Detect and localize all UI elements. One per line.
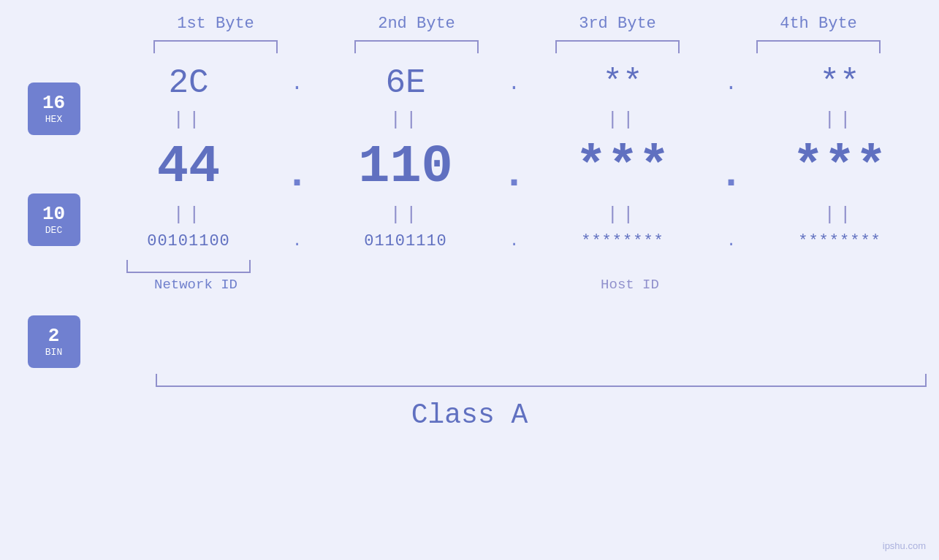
eq-2: || [312,106,500,134]
eq2-2: || [312,201,500,229]
sep-dec-1: . [283,137,312,198]
top-bracket-3 [517,40,718,53]
bytes-grid: 2C . 6E . ** . ** || || || || 44 [95,61,934,293]
dec-base-num: 10 [42,204,65,225]
sep-hex-1: . [283,72,312,95]
dec-base-label: DEC [45,225,62,236]
byte-header-2: 2nd Byte [336,15,497,33]
byte-header-3: 3rd Byte [537,15,698,33]
eq-3: || [529,106,717,134]
sep-bin-2: . [500,232,529,250]
dec-byte-2: 110 [312,134,500,201]
bin-byte-1: 00101100 [95,229,283,254]
bin-base-num: 2 [48,326,60,347]
eq2-1: || [95,201,283,229]
sep-hex-2: . [500,72,529,95]
dec-byte-1: 44 [95,134,283,201]
dec-byte-4: *** [746,134,934,201]
top-bracket-4 [718,40,919,53]
bin-byte-2: 01101110 [312,229,500,254]
eq2-4: || [746,201,934,229]
hex-badge: 16 HEX [28,83,80,135]
bin-row: 00101100 . 01101110 . ******** . *******… [95,229,934,254]
bin-byte-4: ******** [746,229,934,254]
dec-row: 44 . 110 . *** . *** [95,134,934,201]
eq-1: || [95,106,283,134]
dec-byte-3: *** [529,134,717,201]
sep-bin-1: . [283,232,312,250]
byte-header-4: 4th Byte [738,15,899,33]
sep-dec-2: . [500,137,529,198]
main-container: 1st Byte 2nd Byte 3rd Byte 4th Byte 16 H… [0,0,939,560]
eq2-3: || [529,201,717,229]
hex-byte-1: 2C [95,61,283,106]
section-labels-row: Network ID Host ID [95,277,934,293]
hex-byte-4: ** [746,61,934,106]
hex-byte-2: 6E [312,61,500,106]
sep-bin-3: . [717,232,746,250]
full-bottom-bracket [156,374,927,387]
main-area: 16 HEX 10 DEC 2 BIN 2C . 6E . [28,61,934,368]
bin-base-label: BIN [45,347,62,358]
dec-badge: 10 DEC [28,193,80,246]
bottom-bracket-1 [126,260,251,273]
hex-base-num: 16 [42,93,65,114]
top-bracket-2 [316,40,517,53]
labels-column: 16 HEX 10 DEC 2 BIN [28,83,80,368]
network-id-label: Network ID [95,277,297,293]
sep-hex-3: . [717,72,746,95]
hex-byte-3: ** [529,61,717,106]
eq-row-dec: || || || || [95,201,934,229]
watermark: ipshu.com [883,540,926,551]
byte-header-1: 1st Byte [135,15,296,33]
eq-4: || [746,106,934,134]
hex-base-label: HEX [45,114,62,125]
byte-headers-row: 1st Byte 2nd Byte 3rd Byte 4th Byte [115,15,919,33]
bin-badge: 2 BIN [28,315,80,368]
hex-row: 2C . 6E . ** . ** [95,61,934,106]
bin-byte-3: ******** [529,229,717,254]
sep-dec-3: . [717,137,746,198]
top-bracket-1 [115,40,316,53]
eq-row-hex: || || || || [95,106,934,134]
full-bottom-bracket-row [156,374,927,388]
host-id-label: Host ID [327,277,934,293]
class-label: Class A [411,399,528,431]
